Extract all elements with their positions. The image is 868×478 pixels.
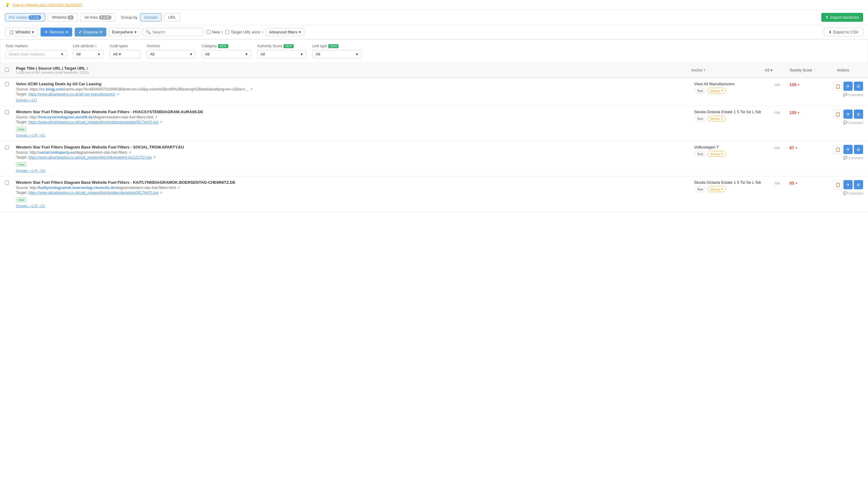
domain-info-link[interactable]: Domain: +1 IP: +23 <box>16 169 45 172</box>
target-url-error-wrap: Target URL error ℹ <box>225 30 263 34</box>
tab-for-review[interactable]: For review 5,126 <box>5 13 45 22</box>
source-line: Source: http://hvacsystemdiagram.aura09.… <box>16 115 691 120</box>
send-action-button[interactable]: ✈ <box>843 109 852 119</box>
action-buttons: 📋 ✈ ⊘ <box>833 180 863 189</box>
search-box[interactable]: 🔍 <box>143 28 204 36</box>
audit-types-label: Audit types <box>110 44 141 48</box>
new-checkbox[interactable] <box>207 30 210 34</box>
tab-whitelist[interactable]: Whitelist 0 <box>48 13 78 22</box>
target-external-link-icon[interactable]: ↗ <box>159 191 162 195</box>
col-as-header[interactable]: AS ▾ <box>765 68 789 72</box>
toxic-markers-dropdown[interactable]: Select toxic markers ▾ <box>5 50 67 58</box>
target-url-error-checkbox[interactable] <box>225 30 229 34</box>
send-action-button[interactable]: ✈ <box>843 81 852 91</box>
import-backlinks-button[interactable]: ⬆ Import backlinks <box>821 13 863 22</box>
remove-icon: ✈ <box>44 30 48 34</box>
target-external-link-icon[interactable]: ↗ <box>116 92 120 96</box>
domain-info: Domain: +1 IP: +21 <box>16 204 691 208</box>
link-type-chevron: ▾ <box>356 52 358 57</box>
copy-action-button[interactable]: 📋 <box>833 109 842 119</box>
all-links-count: 5,126 <box>99 15 112 20</box>
send-action-button[interactable]: ✈ <box>843 180 852 189</box>
target-external-link-icon[interactable]: ↗ <box>153 155 156 160</box>
tag-money[interactable]: Money ▾ <box>707 88 726 94</box>
comment-link[interactable]: 💬 Comment <box>843 191 863 195</box>
row-checkbox[interactable] <box>5 82 9 86</box>
export-csv-button[interactable]: ⬇ Export to CSV <box>824 28 863 36</box>
target-external-link-icon[interactable]: ↗ <box>159 120 162 124</box>
whitelist-icon: 📋 <box>9 30 14 34</box>
hint-link[interactable]: How to manage your most toxic backlinks? <box>12 3 82 7</box>
domain-info-link[interactable]: Domain: +1 IP: +21 <box>16 133 45 137</box>
category-group: Category NEW All ▾ <box>202 44 251 58</box>
remove-button[interactable]: ✈ Remove ▾ <box>40 28 72 36</box>
external-link-icon[interactable]: ↗ <box>177 185 180 190</box>
comment-link[interactable]: 💬 Comment <box>843 121 863 125</box>
tag-money-chevron: ▾ <box>721 152 723 156</box>
source-domain-link[interactable]: cc.bingj.com <box>41 87 63 92</box>
category-dropdown[interactable]: All ▾ <box>202 50 251 58</box>
link-attribute-label: Link attribute ℹ <box>73 44 103 48</box>
source-domain-link[interactable]: social.troikaparty.eu <box>39 150 75 155</box>
source-domain-link[interactable]: kaitlynndiagramok.boersentag-chemnitz.de <box>39 185 115 190</box>
row-checkbox[interactable] <box>5 181 9 185</box>
row-anchor: Skoda Octavia Estate 1 5 Tsi Se L 5dr Te… <box>691 180 765 192</box>
page-title: Western Star Fuel Filters Diagram Base W… <box>16 180 691 185</box>
comment-icon: 💬 <box>843 93 847 97</box>
disavow-button[interactable]: ✔ Disavow ▾ <box>75 28 106 36</box>
row-checkbox-wrap <box>5 81 16 87</box>
group-by-url[interactable]: URL <box>164 13 180 22</box>
domain-info-link[interactable]: Domain: +1 IP: +21 <box>16 204 45 208</box>
copy-action-button[interactable]: 📋 <box>833 180 842 189</box>
link-attribute-dropdown[interactable]: All ▾ <box>73 50 103 58</box>
row-main: Western Star Fuel Filters Diagram Base W… <box>16 145 691 172</box>
target-url-link[interactable]: https://www.allcarleasing.co.uk/cad_imag… <box>28 120 158 124</box>
comment-link[interactable]: 💬 Comment <box>843 156 863 160</box>
row-checkbox[interactable] <box>5 110 9 114</box>
block-action-button[interactable]: ⊘ <box>854 81 863 91</box>
anchors-dropdown[interactable]: All ▾ <box>147 50 196 58</box>
domain-info-link[interactable]: Domain: +117 <box>16 98 37 102</box>
send-action-button[interactable]: ✈ <box>843 145 852 154</box>
category-chevron: ▾ <box>245 52 248 57</box>
copy-action-button[interactable]: 📋 <box>833 81 842 91</box>
location-filter[interactable]: Everywhere ▾ <box>109 28 141 36</box>
tag-money[interactable]: Money ▾ <box>707 116 726 122</box>
source-domain-link[interactable]: hvacsystemdiagram.aura09.de <box>39 115 93 120</box>
external-link-icon[interactable]: ↗ <box>128 150 131 155</box>
anchor-tags: Text Money ▾ <box>694 186 765 192</box>
row-checkbox[interactable] <box>5 145 9 149</box>
block-action-button[interactable]: ⊘ <box>854 145 863 154</box>
tag-money-chevron: ▾ <box>721 116 723 121</box>
table-row: Western Star Fuel Filters Diagram Base W… <box>0 176 868 212</box>
select-all-checkbox[interactable] <box>5 68 9 72</box>
comment-link[interactable]: 💬 Comment <box>843 93 863 97</box>
search-input[interactable] <box>152 30 198 34</box>
comment-label: Comment <box>848 121 863 125</box>
group-by-domain[interactable]: Domain <box>140 13 162 22</box>
audit-types-dropdown[interactable]: All ▾ <box>110 50 141 58</box>
external-link-icon[interactable]: ↗ <box>250 87 253 92</box>
tag-money[interactable]: Money ▾ <box>707 151 726 157</box>
anchor-text: Skoda Octavia Estate 1 5 Tsi Se L 5dr <box>694 109 765 114</box>
comment-label: Comment <box>848 93 863 97</box>
target-url-link[interactable]: https://www.allcarleasing.co.uk/cad_imag… <box>28 191 158 195</box>
col-title-header: Page Title | Source URL | Target URL ℹ 1… <box>16 66 691 74</box>
authority-score-dropdown[interactable]: All ▾ <box>257 50 306 58</box>
authority-score-new-badge: NEW <box>283 44 293 48</box>
target-url-link[interactable]: https://www.allcarleasing.co.uk/cad_imag… <box>28 155 152 160</box>
link-type-dropdown[interactable]: All ▾ <box>312 50 362 58</box>
target-url-link[interactable]: https://www.allcarleasing.co.uk/all-car-… <box>28 92 115 96</box>
tag-money[interactable]: Money ▾ <box>707 186 726 192</box>
advanced-filters-button[interactable]: Advanced filters ▾ <box>266 28 305 36</box>
page-title: Western Star Fuel Filters Diagram Base W… <box>16 145 691 149</box>
block-action-button[interactable]: ⊘ <box>854 180 863 189</box>
action-buttons: 📋 ✈ ⊘ <box>833 109 863 119</box>
tab-all-links[interactable]: All links 5,126 <box>80 13 116 22</box>
whitelist-button[interactable]: 📋 Whitelist ▾ <box>5 28 38 36</box>
block-action-button[interactable]: ⊘ <box>854 109 863 119</box>
remove-chevron: ▾ <box>66 30 68 34</box>
copy-action-button[interactable]: 📋 <box>833 145 842 154</box>
external-link-icon[interactable]: ↗ <box>155 115 158 120</box>
link-attribute-chevron: ▾ <box>98 52 100 57</box>
